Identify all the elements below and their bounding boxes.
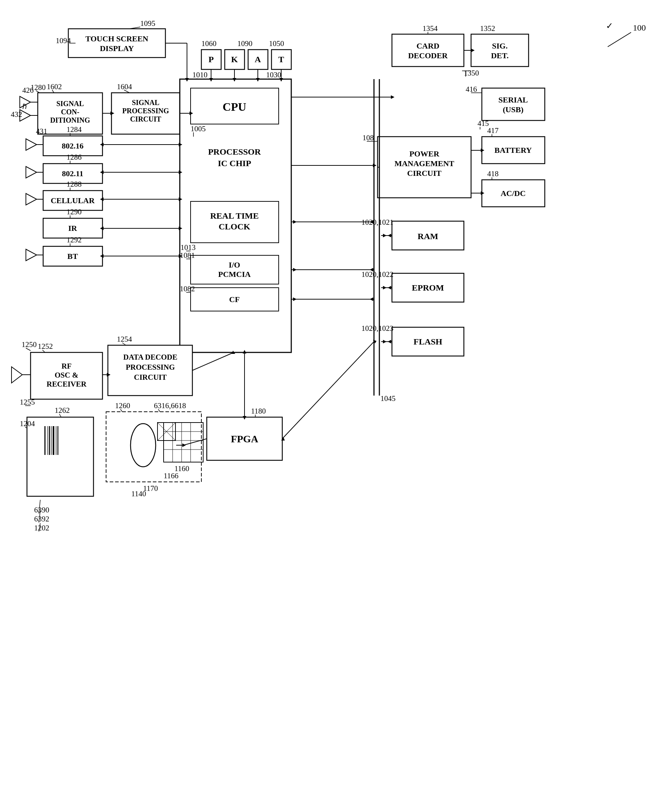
svg-text:1010: 1010 xyxy=(192,71,207,79)
svg-text:1202: 1202 xyxy=(34,524,49,532)
svg-text:1005: 1005 xyxy=(191,124,206,133)
svg-text:431: 431 xyxy=(36,127,47,135)
svg-text:PCMCIA: PCMCIA xyxy=(218,270,251,279)
svg-text:1050: 1050 xyxy=(269,39,284,48)
svg-text:1604: 1604 xyxy=(117,82,132,91)
svg-text:1290: 1290 xyxy=(66,207,82,216)
svg-text:OSC &: OSC & xyxy=(55,371,79,379)
svg-text:432: 432 xyxy=(11,110,22,119)
svg-text:1255: 1255 xyxy=(20,398,35,406)
svg-text:1020,1022: 1020,1022 xyxy=(362,270,394,279)
svg-text:SIG.: SIG. xyxy=(492,41,508,50)
svg-text:EPROM: EPROM xyxy=(412,283,444,293)
svg-text:BT: BT xyxy=(67,252,78,261)
svg-rect-22 xyxy=(392,34,464,66)
svg-text:1254: 1254 xyxy=(117,335,132,343)
connections-svg: 100 ✓ TOUCH SCREEN DISPLAY 1095 1094 P 1… xyxy=(0,0,662,812)
svg-text:802.16: 802.16 xyxy=(62,141,84,150)
svg-text:802.11: 802.11 xyxy=(62,169,83,178)
svg-text:6316,6618: 6316,6618 xyxy=(154,401,186,410)
svg-text:DITIONING: DITIONING xyxy=(50,116,90,124)
svg-text:MANAGEMENT: MANAGEMENT xyxy=(394,159,455,168)
svg-text:1292: 1292 xyxy=(66,236,82,244)
svg-text:PROCESSING: PROCESSING xyxy=(122,107,169,115)
svg-text:A: A xyxy=(255,55,261,64)
svg-rect-27 xyxy=(471,34,529,66)
svg-text:IC CHIP: IC CHIP xyxy=(218,159,251,168)
svg-text:1262: 1262 xyxy=(55,406,70,415)
svg-text:IR: IR xyxy=(68,224,78,233)
svg-text:1095: 1095 xyxy=(140,19,155,28)
svg-text:100: 100 xyxy=(633,23,646,32)
svg-text:CPU: CPU xyxy=(223,100,246,113)
svg-text:P: P xyxy=(209,55,214,64)
svg-text:CIRCUIT: CIRCUIT xyxy=(134,373,167,381)
svg-text:BATTERY: BATTERY xyxy=(495,146,532,154)
svg-text:SIGNAL: SIGNAL xyxy=(132,98,160,106)
svg-text:DET.: DET. xyxy=(491,51,508,60)
svg-text:1060: 1060 xyxy=(201,39,217,48)
svg-text:RECEIVER: RECEIVER xyxy=(47,380,87,388)
svg-rect-121 xyxy=(482,88,545,121)
svg-text:417: 417 xyxy=(487,126,499,135)
svg-text:I/O: I/O xyxy=(229,260,240,269)
svg-text:ℏ: ℏ xyxy=(22,103,27,110)
svg-text:CARD: CARD xyxy=(416,41,439,50)
svg-text:1166: 1166 xyxy=(164,471,178,480)
svg-text:DISPLAY: DISPLAY xyxy=(100,44,134,53)
svg-text:POWER: POWER xyxy=(409,149,439,158)
svg-text:T: T xyxy=(278,55,284,64)
svg-text:1354: 1354 xyxy=(423,24,438,33)
svg-text:CLOCK: CLOCK xyxy=(219,222,250,231)
svg-text:1252: 1252 xyxy=(38,342,53,351)
svg-text:DECODER: DECODER xyxy=(408,51,448,60)
svg-text:1170: 1170 xyxy=(143,484,158,493)
svg-text:TOUCH SCREEN: TOUCH SCREEN xyxy=(85,34,148,43)
svg-text:K: K xyxy=(231,55,238,64)
svg-text:FLASH: FLASH xyxy=(413,337,442,346)
svg-text:PROCESSOR: PROCESSOR xyxy=(208,147,261,156)
svg-text:1284: 1284 xyxy=(66,125,82,134)
svg-text:1013: 1013 xyxy=(180,243,196,252)
svg-text:6392: 6392 xyxy=(34,515,49,523)
svg-text:1602: 1602 xyxy=(47,82,62,91)
svg-text:1250: 1250 xyxy=(22,340,37,349)
svg-text:RF: RF xyxy=(61,362,72,370)
svg-text:108: 108 xyxy=(363,133,374,142)
svg-text:CELLULAR: CELLULAR xyxy=(51,196,95,205)
svg-text:1204: 1204 xyxy=(20,419,35,428)
svg-text:RAM: RAM xyxy=(418,232,438,241)
svg-text:6390: 6390 xyxy=(34,506,49,514)
svg-text:1090: 1090 xyxy=(237,39,252,48)
svg-text:418: 418 xyxy=(487,169,499,178)
svg-text:1045: 1045 xyxy=(381,394,395,403)
svg-text:PROCESSING: PROCESSING xyxy=(126,363,175,371)
svg-text:1082: 1082 xyxy=(180,285,195,293)
svg-text:426: 426 xyxy=(22,86,34,95)
svg-text:1030: 1030 xyxy=(266,71,281,79)
svg-text:DATA DECODE: DATA DECODE xyxy=(123,353,177,362)
svg-rect-4 xyxy=(68,29,166,58)
svg-text:(USB): (USB) xyxy=(503,105,523,114)
svg-text:1020,1023: 1020,1023 xyxy=(362,324,394,333)
svg-text:AC/DC: AC/DC xyxy=(501,189,526,198)
svg-text:1288: 1288 xyxy=(66,180,82,188)
svg-text:FPGA: FPGA xyxy=(231,433,259,444)
svg-text:1180: 1180 xyxy=(251,407,266,415)
svg-text:1350: 1350 xyxy=(464,69,479,77)
svg-text:SIGNAL: SIGNAL xyxy=(56,100,84,108)
svg-text:CON-: CON- xyxy=(61,108,79,116)
svg-text:SERIAL: SERIAL xyxy=(498,95,528,104)
svg-text:CF: CF xyxy=(229,295,239,304)
svg-text:1094: 1094 xyxy=(56,36,71,45)
svg-text:1260: 1260 xyxy=(115,401,130,410)
svg-text:416: 416 xyxy=(466,85,477,93)
svg-text:1352: 1352 xyxy=(480,24,495,33)
svg-text:✓: ✓ xyxy=(606,21,613,31)
svg-text:CIRCUIT: CIRCUIT xyxy=(130,115,161,123)
svg-text:CIRCUIT: CIRCUIT xyxy=(407,169,442,178)
svg-text:1081: 1081 xyxy=(180,251,195,260)
svg-text:1286: 1286 xyxy=(66,153,82,161)
diagram: 100 ✓ TOUCH SCREEN DISPLAY 1095 1094 P 1… xyxy=(0,0,662,812)
svg-text:REAL TIME: REAL TIME xyxy=(210,211,259,220)
